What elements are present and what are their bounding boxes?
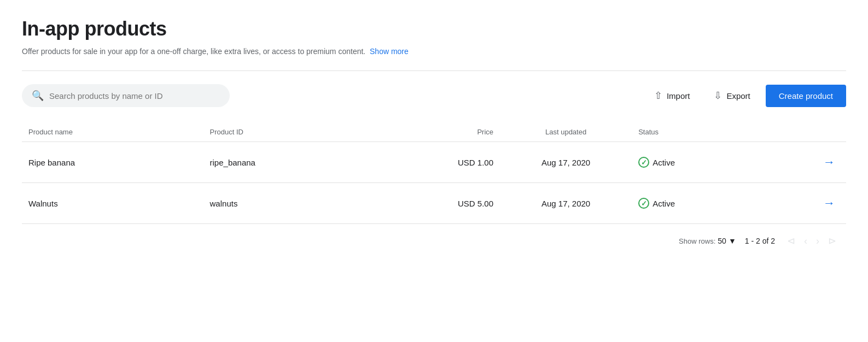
col-header-id: Product ID	[203, 122, 385, 142]
export-icon: ⇩	[714, 90, 722, 102]
col-header-price: Price	[385, 122, 500, 142]
cell-updated-1: Aug 17, 2020	[500, 183, 632, 224]
cell-status-1: ✓ Active	[632, 183, 764, 224]
rows-count: 50	[718, 237, 726, 245]
first-page-button[interactable]: ⊲	[784, 233, 799, 249]
cell-updated-0: Aug 17, 2020	[500, 142, 632, 183]
cell-action-0: →	[764, 142, 846, 183]
table-row: Walnuts walnuts USD 5.00 Aug 17, 2020 ✓ …	[22, 183, 846, 224]
page-container: In-app products Offer products for sale …	[0, 0, 868, 267]
col-header-status: Status	[632, 122, 764, 142]
show-rows-label: Show rows:	[679, 237, 715, 245]
toolbar: 🔍 ⇧ Import ⇩ Export Create product	[22, 84, 846, 107]
table-footer: Show rows: 50 ▼ 1 - 2 of 2 ⊲ ‹ › ⊳	[22, 224, 846, 253]
cell-price-1: USD 5.00	[385, 183, 500, 224]
import-button[interactable]: ⇧ Import	[645, 84, 699, 107]
col-header-action	[764, 122, 846, 142]
status-label-0: Active	[653, 158, 675, 167]
row-detail-button-1[interactable]: →	[819, 194, 840, 213]
import-label: Import	[667, 91, 690, 101]
next-page-button[interactable]: ›	[813, 233, 823, 249]
cell-id-0: ripe_banana	[203, 142, 385, 183]
search-icon: 🔍	[32, 90, 44, 102]
last-page-button[interactable]: ⊳	[825, 233, 840, 249]
cell-status-0: ✓ Active	[632, 142, 764, 183]
table-row: Ripe banana ripe_banana USD 1.00 Aug 17,…	[22, 142, 846, 183]
status-active-icon-0: ✓	[638, 157, 649, 168]
subtitle-text: Offer products for sale in your app for …	[22, 47, 365, 56]
search-box: 🔍	[22, 84, 230, 107]
search-input[interactable]	[49, 91, 220, 101]
table-header-row: Product name Product ID Price Last updat…	[22, 122, 846, 142]
status-active-icon-1: ✓	[638, 198, 649, 209]
products-table: Product name Product ID Price Last updat…	[22, 122, 846, 224]
cell-action-1: →	[764, 183, 846, 224]
chevron-down-icon: ▼	[729, 237, 736, 245]
page-subtitle: Offer products for sale in your app for …	[22, 46, 846, 57]
prev-page-button[interactable]: ‹	[801, 233, 811, 249]
page-title: In-app products	[22, 17, 846, 40]
cell-price-0: USD 1.00	[385, 142, 500, 183]
export-label: Export	[726, 91, 750, 101]
show-more-link[interactable]: Show more	[370, 47, 409, 56]
cell-name-1: Walnuts	[22, 183, 203, 224]
col-header-name: Product name	[22, 122, 203, 142]
export-button[interactable]: ⇩ Export	[705, 84, 759, 107]
header-divider	[22, 70, 846, 71]
pagination-info: 1 - 2 of 2	[745, 237, 775, 245]
cell-name-0: Ripe banana	[22, 142, 203, 183]
show-rows-section: Show rows: 50 ▼	[679, 237, 736, 245]
table-header: Product name Product ID Price Last updat…	[22, 122, 846, 142]
cell-id-1: walnuts	[203, 183, 385, 224]
rows-per-page-select[interactable]: 50 ▼	[718, 237, 736, 245]
pagination-buttons: ⊲ ‹ › ⊳	[784, 233, 840, 249]
status-label-1: Active	[653, 199, 675, 208]
col-header-updated: Last updated	[500, 122, 632, 142]
import-icon: ⇧	[654, 90, 662, 102]
table-body: Ripe banana ripe_banana USD 1.00 Aug 17,…	[22, 142, 846, 224]
row-detail-button-0[interactable]: →	[819, 153, 840, 172]
create-product-button[interactable]: Create product	[766, 85, 846, 107]
